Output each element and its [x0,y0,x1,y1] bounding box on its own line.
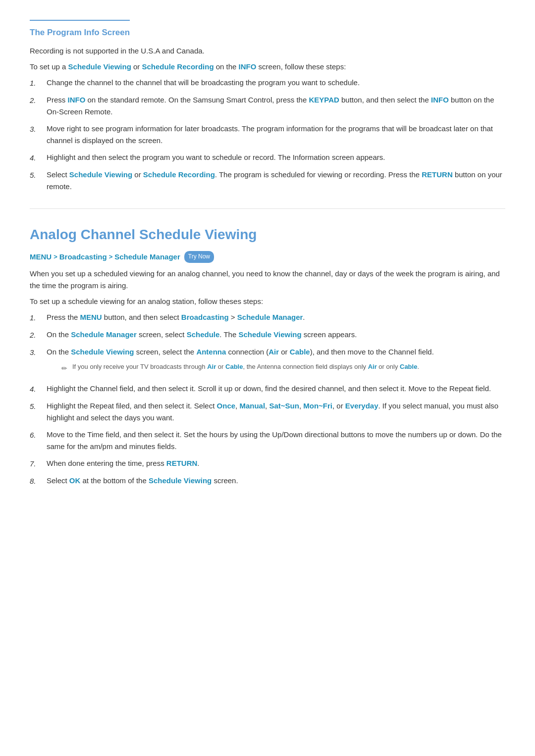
step1-5: Select Schedule Viewing or Schedule Reco… [30,169,505,193]
air-link2[interactable]: Air [207,363,216,370]
section2-intro2: To set up a schedule viewing for an anal… [30,296,505,307]
intro2-mid1: or [131,62,142,71]
ok-link[interactable]: OK [69,476,81,485]
air-link3[interactable]: Air [368,363,377,370]
return-link2[interactable]: RETURN [166,459,198,467]
breadcrumb: MENU > Broadcasting > Schedule Manager T… [30,251,505,263]
step1-5-text: Select Schedule Viewing or Schedule Reco… [47,169,505,193]
info-link1[interactable]: INFO [239,62,257,71]
section1-steps: Change the channel to the channel that w… [30,77,505,193]
schedule-manager-link2[interactable]: Schedule Manager [71,330,137,339]
step2-3: On the Schedule Viewing screen, select t… [30,346,505,378]
sat-sun-link[interactable]: Sat~Sun [269,402,299,410]
step1-4-text: Highlight and then select the program yo… [47,151,385,163]
schedule-viewing-link5[interactable]: Schedule Viewing [149,476,212,485]
menu-link[interactable]: MENU [80,313,102,321]
breadcrumb-menu[interactable]: MENU [30,251,52,263]
step1-1: Change the channel to the channel that w… [30,77,505,89]
breadcrumb-arrow2: > [109,252,113,262]
note-block: ✏ If you only receive your TV broadcasts… [61,362,434,374]
breadcrumb-arrow1: > [54,252,57,262]
step1-4: Highlight and then select the program yo… [30,151,505,164]
step2-2-text: On the Schedule Manager screen, select S… [47,329,357,341]
step1-2: Press INFO on the standard remote. On th… [30,94,505,118]
everyday-link[interactable]: Everyday [345,402,378,410]
info-link2[interactable]: INFO [68,96,86,104]
step2-8: Select OK at the bottom of the Schedule … [30,475,505,487]
try-now-badge[interactable]: Try Now [184,251,214,262]
section2-title: Analog Channel Schedule Viewing [30,224,505,246]
step2-1: Press the MENU button, and then select B… [30,311,505,324]
intro2-mid2: on the [214,62,239,71]
step2-7: When done entering the time, press RETUR… [30,457,505,470]
section2-intro1: When you set up a scheduled viewing for … [30,268,505,292]
mon-fri-link[interactable]: Mon~Fri [303,402,332,410]
schedule-viewing-link2[interactable]: Schedule Viewing [69,170,132,179]
schedule-recording-link1[interactable]: Schedule Recording [142,62,214,71]
intro2-prefix: To set up a [30,62,68,71]
breadcrumb-schedule-manager[interactable]: Schedule Manager [114,251,180,263]
step2-4: Highlight the Channel field, and then se… [30,383,505,395]
section1-intro2: To set up a Schedule Viewing or Schedule… [30,61,505,73]
manual-link[interactable]: Manual [239,402,265,410]
cable-link1[interactable]: Cable [290,348,310,356]
schedule-viewing-link1[interactable]: Schedule Viewing [68,62,131,71]
step2-2: On the Schedule Manager screen, select S… [30,329,505,341]
step1-3-text: Move right to see program information fo… [47,123,505,147]
schedule-recording-link2[interactable]: Schedule Recording [143,170,215,179]
step1-2-text: Press INFO on the standard remote. On th… [47,94,505,118]
air-link1[interactable]: Air [268,348,279,356]
step2-1-text: Press the MENU button, and then select B… [47,311,305,323]
schedule-manager-link1[interactable]: Schedule Manager [237,313,303,321]
section1-intro1: Recording is not supported in the U.S.A … [30,45,505,57]
step2-8-text: Select OK at the bottom of the Schedule … [47,475,238,487]
section1-title: The Program Info Screen [30,20,130,39]
step1-1-text: Change the channel to the channel that w… [47,77,360,89]
note-text: If you only receive your TV broadcasts t… [72,362,419,372]
broadcasting-link[interactable]: Broadcasting [181,313,229,321]
info-link3[interactable]: INFO [431,96,449,104]
schedule-link[interactable]: Schedule [187,330,220,339]
cable-link2[interactable]: Cable [225,363,243,370]
section2-steps: Press the MENU button, and then select B… [30,311,505,487]
schedule-viewing-link4[interactable]: Schedule Viewing [71,348,134,356]
step2-6: Move to the Time field, and then select … [30,429,505,453]
once-link[interactable]: Once [217,402,236,410]
section-divider [30,208,505,209]
intro2-suffix: screen, follow these steps: [256,62,346,71]
breadcrumb-broadcasting[interactable]: Broadcasting [59,251,107,263]
schedule-viewing-link3[interactable]: Schedule Viewing [238,330,301,339]
cable-link3[interactable]: Cable [400,363,417,370]
step2-6-text: Move to the Time field, and then select … [47,429,505,453]
section-analog-channel: Analog Channel Schedule Viewing MENU > B… [30,224,505,487]
step2-5: Highlight the Repeat filed, and then sel… [30,400,505,424]
step2-3-text: On the Schedule Viewing screen, select t… [47,348,434,356]
section-program-info: The Program Info Screen Recording is not… [30,20,505,193]
keypad-link[interactable]: KEYPAD [309,96,339,104]
return-link1[interactable]: RETURN [422,170,453,179]
pencil-icon: ✏ [61,363,67,374]
step1-3: Move right to see program information fo… [30,123,505,147]
step2-5-text: Highlight the Repeat filed, and then sel… [47,400,505,424]
step2-4-text: Highlight the Channel field, and then se… [47,383,491,395]
antenna-link[interactable]: Antenna [196,348,226,356]
step2-7-text: When done entering the time, press RETUR… [47,457,199,469]
